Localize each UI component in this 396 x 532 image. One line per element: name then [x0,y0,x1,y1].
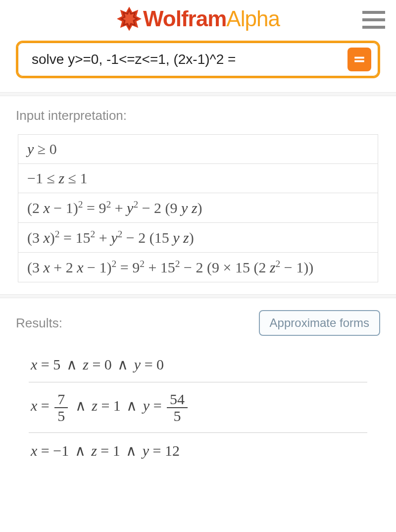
result-row: x = −1 ∧ z = 1 ∧ y = 12 [29,433,367,468]
results-list: x = 5 ∧ z = 0 ∧ y = 0 x = 75 ∧ z = 1 ∧ y… [29,347,367,468]
interp-row: (3 x)2 = 152 + y2 − 2 (15 y z) [18,223,378,253]
interpretation-table: y ≥ 0 −1 ≤ z ≤ 1 (2 x − 1)2 = 92 + y2 − … [18,134,378,282]
interp-row: (2 x − 1)2 = 92 + y2 − 2 (9 y z) [18,193,378,223]
app-header: WolframAlpha [0,0,396,41]
interp-row: y ≥ 0 [18,135,378,164]
wolfram-spikey-icon [116,6,142,32]
interp-row: (3 x + 2 x − 1)2 = 92 + 152 − 2 (9 × 15 … [18,253,378,282]
svg-rect-3 [354,57,364,59]
svg-rect-4 [354,60,364,62]
section-divider [0,294,396,298]
brand-logo[interactable]: WolframAlpha [116,6,280,32]
submit-button[interactable] [347,48,371,71]
interp-row: −1 ≤ z ≤ 1 [18,164,378,193]
result-row: x = 75 ∧ z = 1 ∧ y = 545 [29,382,367,433]
section-divider [0,92,396,96]
section-title: Input interpretation: [16,108,380,123]
equals-icon [353,53,366,66]
result-row: x = 5 ∧ z = 0 ∧ y = 0 [29,347,367,382]
search-row [0,41,396,92]
input-interpretation-section: Input interpretation: y ≥ 0 −1 ≤ z ≤ 1 (… [0,96,396,294]
approximate-forms-button[interactable]: Approximate forms [259,310,380,336]
brand-text: WolframAlpha [143,6,280,31]
section-title: Results: [16,316,62,331]
svg-marker-2 [123,11,136,26]
search-box [16,41,380,78]
results-section: Results: Approximate forms x = 5 ∧ z = 0… [0,298,396,480]
menu-icon[interactable] [362,11,385,29]
query-input[interactable] [32,52,347,67]
